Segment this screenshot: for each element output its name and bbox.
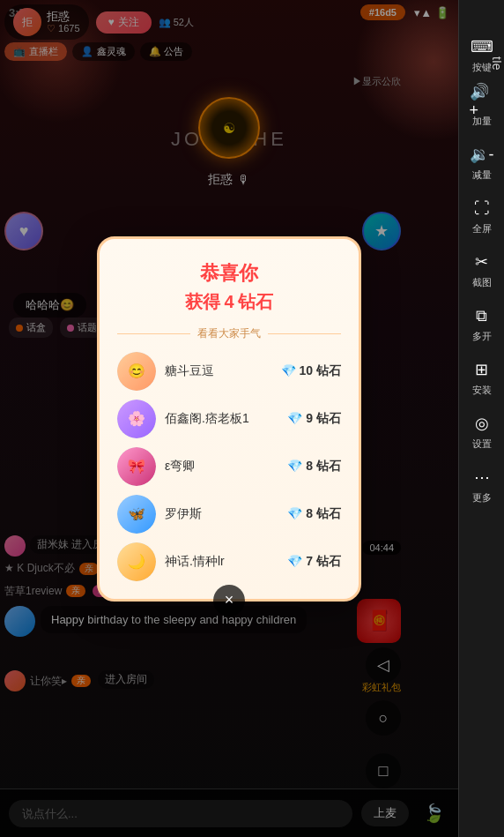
lb-name-2: 佰鑫阁.痞老板1 — [165, 411, 278, 427]
lb-name-5: 神话.情种lr — [165, 554, 278, 570]
right-sidebar: tIe ⌨ 按键 🔊+ 加量 🔉- 减量 ⛶ 全屏 ✂ 截图 ⧉ 多开 ⊞ 安装… — [458, 0, 504, 837]
lb-avatar-img-5: 🌙 — [117, 542, 156, 581]
modal-close-button[interactable]: × — [213, 585, 245, 617]
sidebar-item-multiopen[interactable]: ⧉ 多开 — [459, 300, 505, 347]
close-icon: × — [225, 591, 234, 609]
sidebar-label-settings: 设置 — [472, 437, 492, 451]
diamond-icon-3: 💎 — [287, 459, 302, 473]
sidebar-label-decrease: 减量 — [472, 168, 492, 182]
sidebar-item-settings[interactable]: ◎ 设置 — [459, 407, 505, 454]
reward-modal: 恭喜你 获得 4 钻石 看看大家手气 😊 糖斗豆逗 💎 10 钻石 — [97, 236, 361, 602]
settings-icon: ◎ — [470, 411, 494, 436]
lb-name-4: 罗伊斯 — [165, 506, 278, 522]
lb-item-5: 🌙 神话.情种lr 💎 7 钻石 — [117, 542, 341, 581]
sidebar-item-increase[interactable]: 🔊+ 加量 — [459, 85, 505, 131]
lb-name-3: ε弯卿 — [165, 459, 278, 475]
lb-avatar-4: 🦋 — [117, 495, 156, 534]
divider-line-left — [117, 333, 190, 334]
tie-text: tIe — [458, 52, 504, 71]
modal-subtitle: 获得 4 钻石 — [117, 290, 341, 314]
sidebar-label-multiopen: 多开 — [472, 330, 492, 343]
leaderboard-list: 😊 糖斗豆逗 💎 10 钻石 🌸 佰鑫阁.痞老板1 💎 9 钻石 — [117, 352, 341, 581]
sidebar-item-screenshot[interactable]: ✂ 截图 — [459, 246, 505, 293]
sidebar-label-fullscreen: 全屏 — [472, 222, 492, 235]
divider-text: 看看大家手气 — [197, 326, 261, 341]
lb-diamonds-4: 💎 8 钻石 — [287, 506, 341, 522]
volume-down-icon: 🔉- — [470, 142, 494, 167]
fullscreen-icon: ⛶ — [470, 196, 494, 220]
lb-avatar-3: 🎀 — [117, 447, 156, 486]
sidebar-item-fullscreen[interactable]: ⛶ 全屏 — [459, 192, 505, 239]
sidebar-label-increase: 加量 — [472, 115, 492, 128]
lb-avatar-5: 🌙 — [117, 542, 156, 581]
lb-avatar-img-4: 🦋 — [117, 495, 156, 534]
screenshot-icon: ✂ — [470, 250, 494, 274]
lb-diamonds-5: 💎 7 钻石 — [287, 554, 341, 570]
modal-title: 恭喜你 — [117, 260, 341, 287]
lb-name-1: 糖斗豆逗 — [165, 363, 272, 379]
modal-overlay: 恭喜你 获得 4 钻石 看看大家手气 😊 糖斗豆逗 💎 10 钻石 — [0, 0, 458, 837]
more-icon: ⋯ — [470, 465, 494, 489]
lb-diamonds-2: 💎 9 钻石 — [287, 411, 341, 427]
lb-item-4: 🦋 罗伊斯 💎 8 钻石 — [117, 495, 341, 534]
lb-avatar-img-3: 🎀 — [117, 447, 156, 486]
volume-up-icon: 🔊+ — [470, 88, 494, 113]
modal-divider: 看看大家手气 — [117, 326, 341, 341]
sidebar-label-install: 安装 — [472, 384, 492, 397]
sidebar-item-install[interactable]: ⊞ 安装 — [459, 354, 505, 400]
lb-item-3: 🎀 ε弯卿 💎 8 钻石 — [117, 447, 341, 486]
lb-diamonds-3: 💎 8 钻石 — [287, 459, 341, 475]
diamond-icon-1: 💎 — [281, 363, 296, 377]
sidebar-item-more[interactable]: ⋯ 更多 — [459, 461, 505, 508]
divider-line-right — [268, 333, 341, 334]
diamond-icon-4: 💎 — [287, 506, 302, 520]
lb-diamonds-1: 💎 10 钻石 — [281, 363, 341, 379]
lb-item-1: 😊 糖斗豆逗 💎 10 钻石 — [117, 352, 341, 391]
sidebar-item-decrease[interactable]: 🔉- 减量 — [459, 138, 505, 185]
lb-avatar-2: 🌸 — [117, 400, 156, 438]
diamond-icon-2: 💎 — [287, 411, 302, 425]
multiopen-icon: ⧉ — [470, 303, 494, 328]
sidebar-label-more: 更多 — [472, 491, 492, 504]
sidebar-label-screenshot: 截图 — [472, 276, 492, 289]
install-icon: ⊞ — [470, 357, 494, 382]
lb-avatar-img-2: 🌸 — [117, 400, 156, 438]
lb-avatar-1: 😊 — [117, 352, 156, 391]
lb-item-2: 🌸 佰鑫阁.痞老板1 💎 9 钻石 — [117, 400, 341, 438]
lb-avatar-img-1: 😊 — [117, 352, 156, 391]
diamond-icon-5: 💎 — [287, 554, 302, 568]
